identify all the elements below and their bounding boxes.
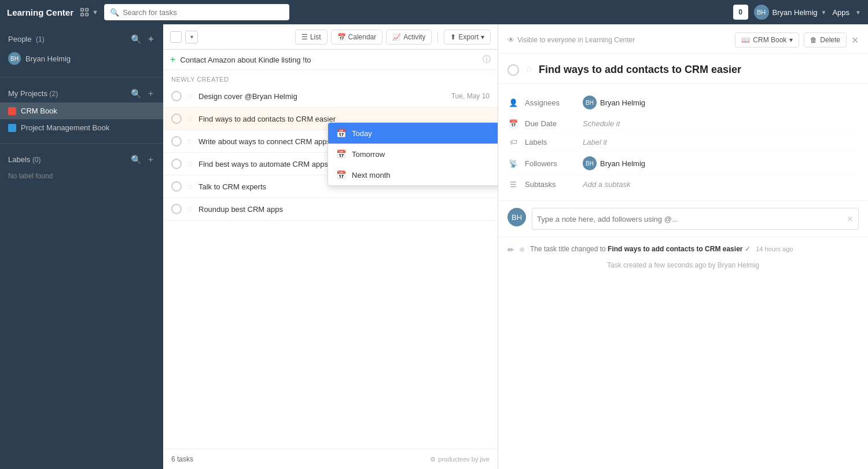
select-all-checkbox[interactable] — [170, 31, 182, 43]
org-switcher[interactable]: ▼ — [79, 7, 98, 17]
crm-dropdown-icon: ▾ — [789, 36, 793, 44]
notification-badge[interactable]: 0 — [733, 5, 748, 20]
people-add-icon[interactable]: ＋ — [146, 34, 155, 45]
date-today-label: Today — [352, 129, 372, 138]
toolbar-separator — [437, 31, 438, 43]
project-crm-book[interactable]: CRM Book — [0, 102, 163, 119]
export-button[interactable]: ⬆ Export ▾ — [444, 30, 491, 45]
task-row-5[interactable]: ☆ Roundup best CRM apps — [163, 198, 498, 221]
new-task-row: + ⓘ — [163, 50, 498, 70]
task-star-5[interactable]: ☆ — [186, 204, 194, 214]
detail-task-circle[interactable] — [507, 64, 519, 76]
task-info-icon[interactable]: ⓘ — [483, 54, 491, 65]
trash-icon: 🗑 — [810, 36, 817, 44]
note-input[interactable] — [537, 215, 847, 223]
activity-time: 14 hours ago — [756, 246, 793, 252]
apps-button[interactable]: Apps — [832, 8, 849, 17]
followers-icon: 📡 — [507, 159, 519, 168]
task-circle-5[interactable] — [171, 204, 182, 214]
subtasks-value[interactable]: Add a subtask — [583, 180, 630, 189]
person-name: Bryan Helmig — [25, 54, 71, 63]
activity-view-button[interactable]: 📈 Activity — [386, 30, 432, 45]
due-date-field: 📅 Due Date Schedule it — [507, 115, 859, 133]
task-circle-1[interactable] — [171, 113, 182, 124]
date-option-today[interactable]: 📅 Today — [328, 123, 498, 144]
checkbox-dropdown[interactable]: ▾ — [185, 31, 198, 43]
content-area: ▾ ☰ List 📅 Calendar 📈 Activity ⬆ Expo — [163, 24, 498, 469]
detail-title-row: ☆ Find ways to add contacts to CRM easie… — [498, 54, 868, 84]
sidebar: People (1) 🔍 ＋ BH Bryan Helmig — [0, 24, 163, 469]
project-name-pm: Project Management Book — [21, 123, 109, 132]
detail-task-title: Find ways to add contacts to CRM easier — [539, 63, 859, 76]
labels-search-icon[interactable]: 🔍 — [131, 155, 142, 165]
activity-section: ✏ The task title changed to Find ways to… — [498, 237, 868, 276]
task-count: 6 tasks — [171, 455, 193, 463]
task-star-1[interactable]: ☆ — [186, 114, 194, 123]
crm-book-button[interactable]: 📖 CRM Book ▾ — [735, 32, 799, 47]
projects-section: My Projects (2) 🔍 ＋ CRM Book Project Man… — [0, 80, 163, 141]
assignee-avatar: BH — [583, 96, 597, 109]
labels-field-icon: 🏷 — [507, 138, 519, 146]
list-view-button[interactable]: ☰ List — [295, 30, 328, 45]
detail-fields: 👤 Assignees BH Bryan Helmig 📅 Due Date S… — [498, 84, 868, 201]
date-dropdown: 📅 Today 📅 Tomorrow 📅 Next month — [328, 122, 498, 186]
producteev-logo: ⚙ producteev by jive — [430, 456, 490, 463]
activity-icon: 📈 — [392, 33, 401, 41]
detail-star[interactable]: ☆ — [525, 64, 533, 75]
task-circle-3[interactable] — [171, 159, 182, 169]
projects-search-icon[interactable]: 🔍 — [131, 89, 142, 99]
labels-field: 🏷 Labels Label it — [507, 133, 859, 152]
project-icons: 🔍 ＋ — [131, 88, 155, 99]
note-clear-icon[interactable]: ✕ — [847, 214, 854, 223]
calendar-view-button[interactable]: 📅 Calendar — [331, 30, 383, 45]
task-circle-2[interactable] — [171, 136, 182, 146]
note-input-wrap[interactable]: ✕ — [532, 208, 859, 230]
eye-icon: 👁 — [507, 36, 514, 44]
search-bar[interactable]: 🔍 — [104, 4, 289, 20]
search-input[interactable] — [123, 8, 284, 17]
sidebar-divider-2 — [0, 143, 163, 144]
task-row[interactable]: ☆ Design cover @Bryan Helmig Tue, May 10 — [163, 85, 498, 108]
new-task-input[interactable] — [180, 56, 478, 64]
followers-label: Followers — [525, 159, 577, 168]
new-task-plus-icon[interactable]: + — [170, 54, 175, 65]
subtasks-icon: ☰ — [507, 180, 519, 189]
people-search-icon[interactable]: 🔍 — [131, 34, 142, 45]
visible-label: 👁 Visible to everyone in Learning Center — [507, 36, 735, 44]
project-pm-book[interactable]: Project Management Book — [0, 119, 163, 136]
search-icon: 🔍 — [110, 8, 119, 17]
book-icon: 📖 — [741, 36, 750, 44]
task-star-3[interactable]: ☆ — [186, 159, 194, 168]
due-date-label: Due Date — [525, 119, 577, 128]
task-title-5: Roundup best CRM apps — [198, 205, 490, 214]
task-title-0: Design cover @Bryan Helmig — [198, 92, 447, 101]
close-detail-button[interactable]: ✕ — [851, 35, 859, 46]
task-star-4[interactable]: ☆ — [186, 182, 194, 191]
due-date-value[interactable]: Schedule it — [583, 119, 620, 128]
followers-value[interactable]: BH Bryan Helmig — [583, 156, 645, 170]
labels-add-icon[interactable]: ＋ — [146, 154, 155, 165]
delete-button[interactable]: 🗑 Delete — [804, 32, 847, 47]
person-avatar: BH — [8, 52, 21, 65]
projects-header[interactable]: My Projects (2) 🔍 ＋ — [0, 85, 163, 102]
labels-section: Labels (0) 🔍 ＋ No label found — [0, 146, 163, 188]
activity-text: The task title changed to Find ways to a… — [530, 244, 859, 254]
projects-add-icon[interactable]: ＋ — [146, 88, 155, 99]
labels-field-value[interactable]: Label it — [583, 138, 607, 146]
assignees-value[interactable]: BH Bryan Helmig — [583, 96, 645, 109]
task-circle-4[interactable] — [171, 181, 182, 192]
user-menu[interactable]: BH Bryan Helmig ▼ — [754, 5, 827, 20]
subtasks-label: Subtasks — [525, 180, 577, 189]
app-container: Learning Center ▼ 🔍 0 BH Bryan Helmig ▼ … — [0, 0, 868, 469]
task-date-0: Tue, May 10 — [451, 92, 490, 100]
export-icon: ⬆ — [450, 33, 456, 41]
main-area: People (1) 🔍 ＋ BH Bryan Helmig — [0, 24, 868, 469]
task-circle-0[interactable] — [171, 91, 182, 101]
sidebar-person-bryan[interactable]: BH Bryan Helmig — [0, 48, 163, 69]
labels-field-label: Labels — [525, 138, 577, 146]
task-star-0[interactable]: ☆ — [186, 91, 194, 101]
task-star-2[interactable]: ☆ — [186, 137, 194, 146]
date-option-tomorrow[interactable]: 📅 Tomorrow — [328, 144, 498, 164]
activity-log-entry: ✏ The task title changed to Find ways to… — [507, 244, 859, 254]
date-option-nextmonth[interactable]: 📅 Next month — [328, 164, 498, 185]
